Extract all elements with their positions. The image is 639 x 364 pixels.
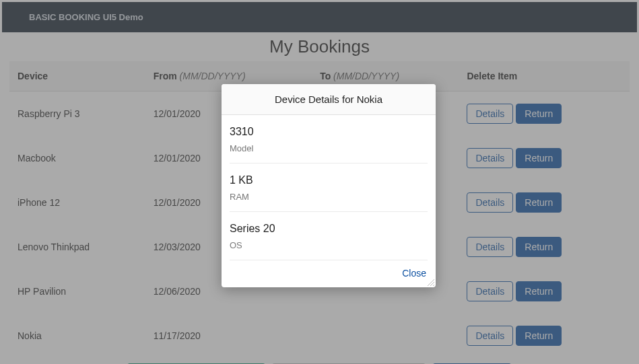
dialog-item-label: RAM — [230, 192, 428, 202]
device-details-dialog: Device Details for Nokia 3310Model1 KBRA… — [222, 84, 436, 287]
close-button[interactable]: Close — [402, 268, 426, 279]
resize-handle-icon[interactable] — [428, 279, 434, 286]
dialog-item: Series 20OS — [230, 212, 428, 260]
dialog-item-label: OS — [230, 240, 428, 250]
dialog-item-value: 3310 — [230, 126, 428, 138]
dialog-item-value: 1 KB — [230, 174, 428, 186]
dialog-title: Device Details for Nokia — [222, 84, 436, 115]
dialog-footer: Close — [222, 260, 436, 287]
dialog-item-value: Series 20 — [230, 223, 428, 235]
dialog-item: 1 KBRAM — [230, 163, 428, 212]
dialog-item-label: Model — [230, 143, 428, 153]
dialog-item: 3310Model — [230, 115, 428, 163]
dialog-body: 3310Model1 KBRAMSeries 20OS — [222, 115, 436, 260]
